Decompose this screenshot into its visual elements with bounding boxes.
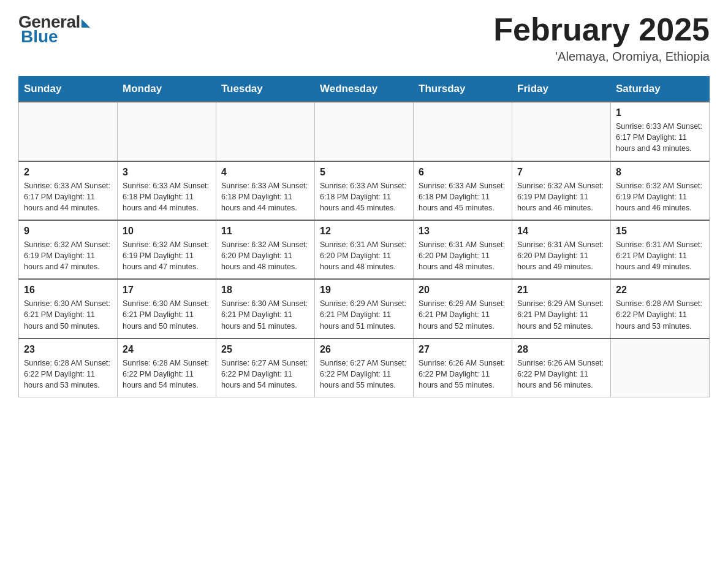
day-number: 24 [123,344,211,355]
calendar-cell: 2Sunrise: 6:33 AM Sunset: 6:17 PM Daylig… [19,161,118,220]
day-info: Sunrise: 6:26 AM Sunset: 6:22 PM Dayligh… [419,358,507,391]
day-info: Sunrise: 6:33 AM Sunset: 6:17 PM Dayligh… [24,180,112,213]
col-header-saturday: Saturday [611,77,710,102]
location-text: 'Alemaya, Oromiya, Ethiopia [493,50,710,64]
day-number: 13 [419,226,507,237]
day-number: 25 [221,344,309,355]
calendar-cell: 23Sunrise: 6:28 AM Sunset: 6:22 PM Dayli… [19,339,118,397]
calendar-cell: 11Sunrise: 6:32 AM Sunset: 6:20 PM Dayli… [216,220,315,279]
calendar-cell: 8Sunrise: 6:32 AM Sunset: 6:19 PM Daylig… [611,161,710,220]
day-info: Sunrise: 6:30 AM Sunset: 6:21 PM Dayligh… [24,298,112,331]
month-title: February 2025 [493,12,710,47]
calendar-cell: 1Sunrise: 6:33 AM Sunset: 6:17 PM Daylig… [611,102,710,161]
day-info: Sunrise: 6:33 AM Sunset: 6:18 PM Dayligh… [419,180,507,213]
day-number: 6 [419,167,507,178]
day-number: 9 [24,226,112,237]
week-row-1: 1Sunrise: 6:33 AM Sunset: 6:17 PM Daylig… [19,102,710,161]
day-info: Sunrise: 6:32 AM Sunset: 6:19 PM Dayligh… [24,239,112,272]
calendar-cell [611,339,710,397]
day-number: 5 [320,167,408,178]
day-number: 10 [123,226,211,237]
day-number: 17 [123,285,211,296]
calendar-cell: 5Sunrise: 6:33 AM Sunset: 6:18 PM Daylig… [315,161,414,220]
day-number: 22 [616,285,704,296]
day-info: Sunrise: 6:33 AM Sunset: 6:17 PM Dayligh… [616,121,704,154]
calendar-cell: 19Sunrise: 6:29 AM Sunset: 6:21 PM Dayli… [315,279,414,338]
week-row-2: 2Sunrise: 6:33 AM Sunset: 6:17 PM Daylig… [19,161,710,220]
col-header-monday: Monday [118,77,216,102]
logo: General Blue [18,12,90,47]
calendar-cell: 10Sunrise: 6:32 AM Sunset: 6:19 PM Dayli… [118,220,216,279]
calendar-table: SundayMondayTuesdayWednesdayThursdayFrid… [18,76,710,397]
day-info: Sunrise: 6:29 AM Sunset: 6:21 PM Dayligh… [320,298,408,331]
calendar-cell: 14Sunrise: 6:31 AM Sunset: 6:20 PM Dayli… [512,220,611,279]
day-info: Sunrise: 6:31 AM Sunset: 6:20 PM Dayligh… [320,239,408,272]
day-info: Sunrise: 6:32 AM Sunset: 6:19 PM Dayligh… [517,180,605,213]
title-section: February 2025 'Alemaya, Oromiya, Ethiopi… [493,12,710,64]
calendar-cell: 16Sunrise: 6:30 AM Sunset: 6:21 PM Dayli… [19,279,118,338]
day-number: 12 [320,226,408,237]
day-info: Sunrise: 6:28 AM Sunset: 6:22 PM Dayligh… [123,358,211,391]
calendar-cell: 12Sunrise: 6:31 AM Sunset: 6:20 PM Dayli… [315,220,414,279]
day-info: Sunrise: 6:31 AM Sunset: 6:21 PM Dayligh… [616,239,704,272]
col-header-friday: Friday [512,77,611,102]
day-number: 1 [616,107,704,118]
page-header: General Blue February 2025 'Alemaya, Oro… [18,12,710,64]
day-info: Sunrise: 6:33 AM Sunset: 6:18 PM Dayligh… [221,180,309,213]
day-info: Sunrise: 6:27 AM Sunset: 6:22 PM Dayligh… [320,358,408,391]
day-info: Sunrise: 6:32 AM Sunset: 6:19 PM Dayligh… [123,239,211,272]
day-number: 8 [616,167,704,178]
day-info: Sunrise: 6:33 AM Sunset: 6:18 PM Dayligh… [123,180,211,213]
calendar-cell: 21Sunrise: 6:29 AM Sunset: 6:21 PM Dayli… [512,279,611,338]
col-header-sunday: Sunday [19,77,118,102]
day-number: 20 [419,285,507,296]
day-number: 21 [517,285,605,296]
calendar-cell: 15Sunrise: 6:31 AM Sunset: 6:21 PM Dayli… [611,220,710,279]
col-header-wednesday: Wednesday [315,77,414,102]
day-info: Sunrise: 6:33 AM Sunset: 6:18 PM Dayligh… [320,180,408,213]
day-info: Sunrise: 6:29 AM Sunset: 6:21 PM Dayligh… [419,298,507,331]
day-info: Sunrise: 6:32 AM Sunset: 6:19 PM Dayligh… [616,180,704,213]
calendar-cell [414,102,512,161]
calendar-cell: 18Sunrise: 6:30 AM Sunset: 6:21 PM Dayli… [216,279,315,338]
day-info: Sunrise: 6:29 AM Sunset: 6:21 PM Dayligh… [517,298,605,331]
calendar-cell: 6Sunrise: 6:33 AM Sunset: 6:18 PM Daylig… [414,161,512,220]
day-info: Sunrise: 6:31 AM Sunset: 6:20 PM Dayligh… [517,239,605,272]
day-info: Sunrise: 6:31 AM Sunset: 6:20 PM Dayligh… [419,239,507,272]
col-header-tuesday: Tuesday [216,77,315,102]
calendar-cell: 9Sunrise: 6:32 AM Sunset: 6:19 PM Daylig… [19,220,118,279]
calendar-cell [118,102,216,161]
calendar-cell [19,102,118,161]
day-number: 2 [24,167,112,178]
calendar-cell: 28Sunrise: 6:26 AM Sunset: 6:22 PM Dayli… [512,339,611,397]
day-number: 7 [517,167,605,178]
calendar-cell: 26Sunrise: 6:27 AM Sunset: 6:22 PM Dayli… [315,339,414,397]
day-number: 27 [419,344,507,355]
day-info: Sunrise: 6:32 AM Sunset: 6:20 PM Dayligh… [221,239,309,272]
week-row-3: 9Sunrise: 6:32 AM Sunset: 6:19 PM Daylig… [19,220,710,279]
day-info: Sunrise: 6:28 AM Sunset: 6:22 PM Dayligh… [24,358,112,391]
calendar-header-row: SundayMondayTuesdayWednesdayThursdayFrid… [19,77,710,102]
day-number: 3 [123,167,211,178]
day-info: Sunrise: 6:27 AM Sunset: 6:22 PM Dayligh… [221,358,309,391]
logo-blue-text: Blue [21,27,58,47]
calendar-cell: 13Sunrise: 6:31 AM Sunset: 6:20 PM Dayli… [414,220,512,279]
day-info: Sunrise: 6:28 AM Sunset: 6:22 PM Dayligh… [616,298,704,331]
calendar-cell: 25Sunrise: 6:27 AM Sunset: 6:22 PM Dayli… [216,339,315,397]
calendar-cell: 24Sunrise: 6:28 AM Sunset: 6:22 PM Dayli… [118,339,216,397]
day-info: Sunrise: 6:30 AM Sunset: 6:21 PM Dayligh… [123,298,211,331]
calendar-cell: 4Sunrise: 6:33 AM Sunset: 6:18 PM Daylig… [216,161,315,220]
calendar-cell: 3Sunrise: 6:33 AM Sunset: 6:18 PM Daylig… [118,161,216,220]
week-row-5: 23Sunrise: 6:28 AM Sunset: 6:22 PM Dayli… [19,339,710,397]
calendar-cell: 22Sunrise: 6:28 AM Sunset: 6:22 PM Dayli… [611,279,710,338]
day-number: 4 [221,167,309,178]
day-info: Sunrise: 6:30 AM Sunset: 6:21 PM Dayligh… [221,298,309,331]
calendar-cell [512,102,611,161]
day-number: 18 [221,285,309,296]
week-row-4: 16Sunrise: 6:30 AM Sunset: 6:21 PM Dayli… [19,279,710,338]
calendar-cell: 20Sunrise: 6:29 AM Sunset: 6:21 PM Dayli… [414,279,512,338]
calendar-cell: 7Sunrise: 6:32 AM Sunset: 6:19 PM Daylig… [512,161,611,220]
day-number: 26 [320,344,408,355]
day-number: 14 [517,226,605,237]
calendar-cell: 17Sunrise: 6:30 AM Sunset: 6:21 PM Dayli… [118,279,216,338]
